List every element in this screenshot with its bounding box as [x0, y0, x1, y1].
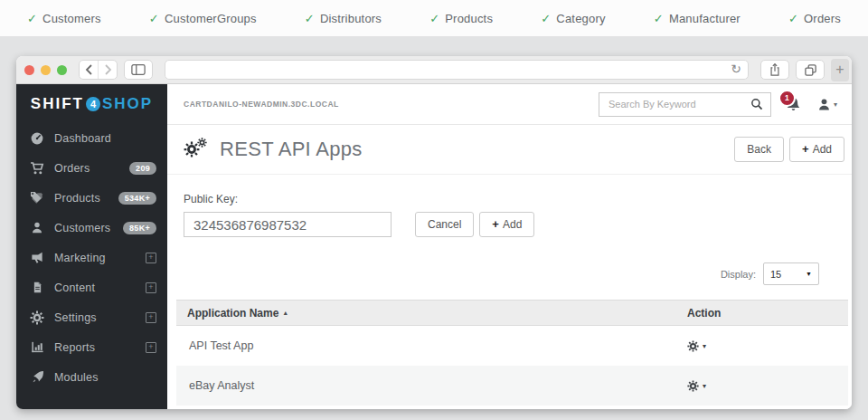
- new-tab-button[interactable]: +: [831, 59, 849, 81]
- status-item-manufacturer: ✓ Manufacturer: [654, 12, 741, 25]
- api-apps-table: Application Name ▲ Action API Test App ▾: [176, 300, 848, 406]
- sidebar-item-customers[interactable]: Customers 85K+: [16, 213, 167, 243]
- status-item-orders: ✓ Orders: [788, 12, 841, 25]
- back-nav-button[interactable]: [80, 61, 98, 79]
- add-button-header[interactable]: + Add: [789, 137, 844, 162]
- column-action: Action: [676, 307, 848, 320]
- expand-plus-icon[interactable]: +: [146, 342, 156, 353]
- browser-window: ↻ + SHIFT 4 SHOP Dashboard: [16, 56, 852, 409]
- gears-icon: [29, 310, 45, 325]
- panel-icon: [131, 63, 146, 76]
- integration-status-bar: ✓ Customers ✓ CustomerGroups ✓ Distribut…: [0, 0, 868, 36]
- sidebar-item-settings[interactable]: Settings +: [16, 302, 167, 332]
- column-application-name[interactable]: Application Name ▲: [176, 307, 676, 320]
- table-row: API Test App ▾: [176, 326, 848, 366]
- products-count-badge: 534K+: [118, 192, 156, 205]
- sidebar-item-label: Reports: [54, 341, 146, 354]
- sidebar-item-label: Content: [54, 282, 146, 294]
- megaphone-icon: [29, 251, 45, 265]
- page-title: REST API Apps: [220, 138, 363, 161]
- share-icon: [769, 62, 781, 77]
- expand-plus-icon[interactable]: +: [146, 253, 156, 263]
- display-label: Display:: [721, 269, 756, 280]
- sidebar-item-label: Products: [54, 192, 118, 205]
- rocket-icon: [29, 370, 45, 385]
- search-input[interactable]: [607, 98, 750, 110]
- chevron-down-icon: ▾: [834, 100, 837, 109]
- check-icon: ✓: [541, 12, 551, 25]
- logo-part-shop: SHOP: [102, 95, 153, 113]
- notifications-button[interactable]: 1: [786, 97, 801, 112]
- minimize-button[interactable]: [41, 65, 51, 75]
- logo-part-4: 4: [86, 97, 100, 111]
- keyword-search: [599, 92, 771, 117]
- check-icon: ✓: [305, 12, 315, 25]
- document-icon: [29, 281, 45, 295]
- status-item-customergroups: ✓ CustomerGroups: [149, 12, 257, 25]
- expand-plus-icon[interactable]: +: [146, 312, 156, 323]
- sidebar-item-reports[interactable]: Reports +: [16, 332, 167, 362]
- search-icon[interactable]: [750, 98, 763, 110]
- status-item-label: Distributors: [320, 12, 382, 25]
- sidebar-item-orders[interactable]: Orders 209: [16, 153, 167, 183]
- row-action-menu[interactable]: ▾: [676, 380, 848, 392]
- tabs-icon: [804, 63, 817, 77]
- sidebar: SHIFT 4 SHOP Dashboard Orders 209: [16, 84, 167, 409]
- public-key-label: Public Key:: [184, 193, 835, 205]
- refresh-icon[interactable]: ↻: [731, 62, 741, 76]
- sidebar-item-modules[interactable]: Modules: [16, 362, 167, 392]
- chevron-left-icon: [85, 64, 93, 75]
- user-icon: [817, 98, 831, 111]
- main-content: CARTDANILO-NEWADMIN.3DC.LOCAL 1 ▾: [167, 84, 852, 409]
- page-title-row: REST API Apps Back + Add: [167, 125, 852, 175]
- account-menu-button[interactable]: ▾: [817, 98, 837, 111]
- sidebar-item-label: Modules: [54, 371, 156, 384]
- check-icon: ✓: [788, 12, 798, 25]
- rest-api-gears-icon: [184, 138, 211, 161]
- row-action-menu[interactable]: ▾: [676, 340, 848, 352]
- address-bar[interactable]: ↻: [165, 60, 749, 80]
- close-button[interactable]: [24, 65, 34, 75]
- shift4shop-logo[interactable]: SHIFT 4 SHOP: [16, 84, 167, 123]
- notification-count-badge: 1: [778, 90, 796, 107]
- public-key-input[interactable]: [184, 212, 392, 237]
- check-icon: ✓: [149, 12, 159, 25]
- cart-icon: [29, 161, 45, 176]
- window-controls: [24, 65, 67, 75]
- store-domain: CARTDANILO-NEWADMIN.3DC.LOCAL: [184, 100, 339, 109]
- sidebar-item-label: Dashboard: [54, 132, 156, 145]
- status-item-products: ✓ Products: [429, 12, 493, 25]
- table-header: Application Name ▲ Action: [176, 300, 848, 326]
- caret-down-icon: ▼: [806, 271, 812, 277]
- sidebar-item-label: Orders: [54, 162, 129, 175]
- browser-chrome: ↻ +: [16, 56, 852, 84]
- customers-count-badge: 85K+: [123, 222, 156, 234]
- sidebar-toggle-button[interactable]: [124, 60, 153, 80]
- logo-part-shift: SHIFT: [31, 95, 84, 113]
- gear-icon: [687, 340, 699, 352]
- sidebar-item-dashboard[interactable]: Dashboard: [16, 123, 167, 153]
- back-button[interactable]: Back: [734, 137, 784, 162]
- sidebar-item-marketing[interactable]: Marketing +: [16, 243, 167, 272]
- plus-icon: +: [835, 62, 844, 78]
- app-name: API Test App: [176, 339, 676, 352]
- sidebar-item-products[interactable]: Products 534K+: [16, 183, 167, 213]
- add-button-form[interactable]: + Add: [479, 212, 534, 237]
- display-count-value: 15: [770, 269, 781, 280]
- caret-down-icon: ▾: [703, 382, 706, 390]
- zoom-button[interactable]: [57, 65, 67, 75]
- share-button[interactable]: [760, 60, 789, 80]
- expand-plus-icon[interactable]: +: [146, 282, 156, 293]
- tags-icon: [29, 191, 45, 205]
- display-count-select[interactable]: 15 ▼: [763, 262, 819, 285]
- chevron-right-icon: [104, 64, 112, 75]
- sidebar-item-content[interactable]: Content +: [16, 272, 167, 302]
- status-item-label: Category: [556, 12, 605, 25]
- cancel-button[interactable]: Cancel: [415, 212, 474, 237]
- show-tabs-button[interactable]: [796, 60, 825, 80]
- status-item-label: Customers: [42, 12, 101, 25]
- check-icon: ✓: [27, 12, 37, 25]
- forward-nav-button[interactable]: [98, 61, 117, 79]
- history-nav: [79, 60, 118, 80]
- status-item-label: CustomerGroups: [165, 12, 257, 25]
